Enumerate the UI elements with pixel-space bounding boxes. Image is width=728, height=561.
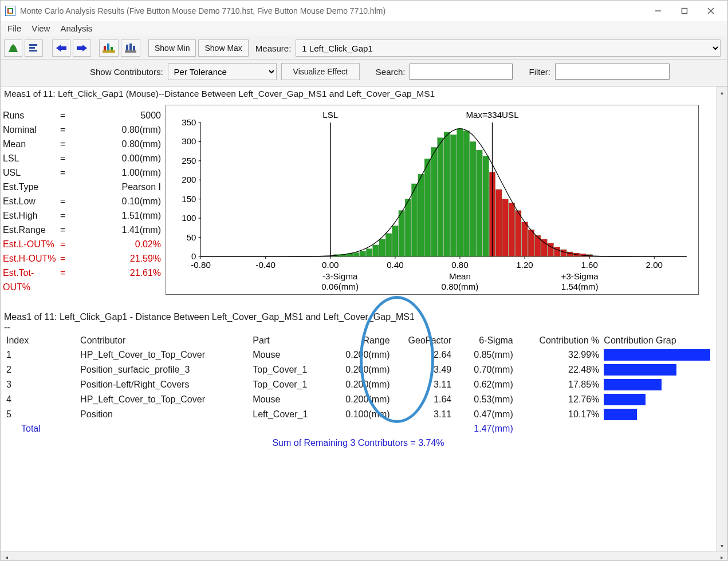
svg-rect-15: [111, 47, 113, 50]
cell-bar: [601, 392, 713, 407]
svg-text:1.20: 1.20: [516, 260, 533, 270]
stat-value: 1.51(mm): [77, 208, 166, 223]
total-six-sigma: 1.47(mm): [454, 422, 515, 436]
stat-eq: [60, 180, 77, 194]
tool-settings-icon[interactable]: [121, 39, 140, 57]
stat-value: 21.59%: [77, 251, 166, 266]
contributors-dashes: --: [4, 322, 713, 333]
svg-text:2.00: 2.00: [646, 260, 663, 270]
toolbar-secondary: Show Contributors: Per Tolerance Visuali…: [1, 60, 727, 86]
vertical-scrollbar[interactable]: ▴ ▾: [716, 86, 727, 551]
cell-range: 0.100(mm): [330, 407, 392, 422]
table-total-row: Total1.47(mm): [4, 422, 713, 436]
stat-eq: =: [60, 108, 77, 123]
filter-input[interactable]: [555, 64, 670, 80]
col-range: Range: [330, 334, 392, 347]
stat-eq: =: [60, 237, 77, 251]
svg-rect-76: [477, 150, 482, 256]
svg-rect-84: [528, 230, 534, 256]
svg-rect-64: [399, 211, 404, 256]
svg-text:1.54(mm): 1.54(mm): [561, 282, 599, 291]
prev-arrow-icon[interactable]: [52, 39, 70, 57]
stat-value: 0.02%: [77, 237, 166, 251]
stat-row: USL=1.00(mm): [3, 165, 166, 180]
svg-rect-58: [360, 251, 365, 256]
stat-eq: =: [60, 208, 77, 223]
stat-value: 0.00(mm): [77, 151, 166, 165]
stat-label: USL: [3, 165, 60, 180]
svg-rect-79: [496, 189, 502, 256]
scroll-right-icon[interactable]: ▸: [716, 552, 727, 561]
svg-rect-71: [444, 132, 450, 256]
stat-label: Nominal: [3, 123, 60, 137]
horizontal-scrollbar[interactable]: ◂ ▸: [1, 551, 727, 561]
measure-select[interactable]: 1 Left_Click_Gap1: [296, 39, 721, 57]
stat-value: 0.80(mm): [77, 123, 166, 137]
col-contribution-pct: Contribution %: [515, 334, 602, 347]
cell-contributor: HP_Left_Cover_to_Top_Cover: [78, 347, 250, 362]
stat-row: Est.L-OUT%=0.02%: [3, 237, 166, 251]
scroll-left-icon[interactable]: ◂: [1, 552, 12, 561]
svg-text:1.60: 1.60: [581, 260, 597, 270]
stat-label: Est.Tot-OUT%: [3, 266, 60, 294]
svg-text:0.40: 0.40: [387, 260, 403, 270]
close-button[interactable]: [698, 2, 724, 19]
sum-remaining: Sum of Remaining 3 Contributors = 3.74%: [4, 436, 713, 448]
search-input[interactable]: [410, 64, 513, 80]
stat-eq: =: [60, 137, 77, 151]
svg-rect-77: [483, 156, 489, 256]
cell-part: Mouse: [250, 347, 330, 362]
stat-eq: =: [60, 223, 77, 237]
stat-row: Est.Range=1.41(mm): [3, 223, 166, 237]
scroll-up-icon[interactable]: ▴: [717, 86, 727, 98]
svg-marker-11: [82, 45, 87, 52]
col-six-sigma: 6-Sigma: [454, 334, 515, 347]
show-contributors-select[interactable]: Per Tolerance: [168, 63, 277, 80]
svg-text:0.06(mm): 0.06(mm): [321, 282, 359, 291]
svg-rect-61: [379, 239, 385, 256]
stat-row: LSL=0.00(mm): [3, 151, 166, 165]
cell-contributor: Position_surfacic_profile_3: [78, 362, 250, 377]
svg-rect-12: [103, 50, 115, 53]
next-arrow-icon[interactable]: [73, 39, 91, 57]
histogram-icon[interactable]: [4, 39, 22, 57]
cell-contributor: Position-Left/Right_Covers: [78, 377, 250, 392]
svg-rect-16: [125, 50, 136, 53]
svg-rect-63: [392, 226, 398, 256]
measurement-header: Meas1 of 11: Left_Click_Gap1 (Mouse)--Di…: [1, 86, 716, 100]
stats-panel: Runs=5000Nominal=0.80(mm)Mean=0.80(mm)LS…: [3, 105, 166, 295]
cell-index: 1: [4, 347, 78, 362]
menu-view[interactable]: View: [32, 23, 50, 33]
minimize-button[interactable]: [645, 2, 671, 19]
svg-rect-14: [107, 44, 109, 50]
table-row: 2Position_surfacic_profile_3Top_Cover_10…: [4, 362, 713, 377]
svg-text:0.00: 0.00: [322, 260, 339, 270]
table-row: 1HP_Left_Cover_to_Top_CoverMouse0.200(mm…: [4, 347, 713, 362]
contributors-section: Meas1 of 11: Left_Click_Gap1 - Distance …: [1, 295, 716, 451]
svg-text:100: 100: [182, 213, 196, 223]
stat-value: 5000: [77, 108, 166, 123]
cell-part: Top_Cover_1: [250, 377, 330, 392]
stat-label: Est.Type: [3, 180, 60, 194]
align-left-icon[interactable]: [25, 39, 43, 57]
stat-label: Est.Low: [3, 194, 60, 208]
stat-eq: =: [60, 194, 77, 208]
cell-geofactor: 3.11: [392, 407, 454, 422]
maximize-button[interactable]: [671, 2, 698, 19]
scroll-down-icon[interactable]: ▾: [717, 540, 727, 551]
tool-chart-icon[interactable]: [99, 39, 119, 57]
stat-value: 1.00(mm): [77, 165, 166, 180]
col-contributor: Contributor: [78, 334, 250, 347]
svg-rect-68: [424, 159, 430, 256]
cell-range: 0.200(mm): [330, 362, 392, 377]
show-max-button[interactable]: Show Max: [198, 39, 248, 57]
menu-file[interactable]: File: [7, 23, 21, 33]
cell-pct: 12.76%: [515, 392, 602, 407]
cell-contributor: HP_Left_Cover_to_Top_Cover: [78, 392, 250, 407]
svg-rect-81: [509, 203, 514, 256]
visualize-effect-button[interactable]: Visualize Effect: [281, 63, 360, 80]
menu-analysis[interactable]: Analysis: [60, 23, 92, 33]
cell-range: 0.200(mm): [330, 377, 392, 392]
stat-label: LSL: [3, 151, 60, 165]
show-min-button[interactable]: Show Min: [148, 39, 196, 57]
